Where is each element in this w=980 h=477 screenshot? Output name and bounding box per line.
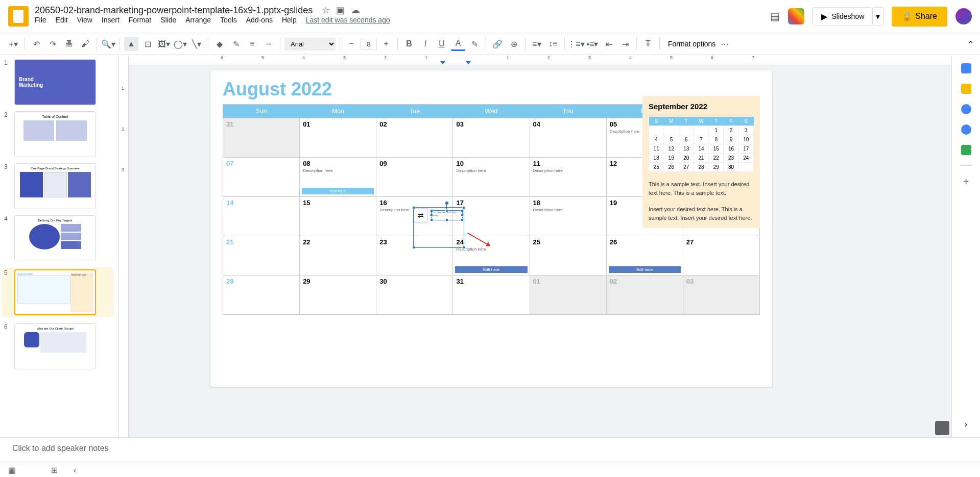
increase-indent-button[interactable]: ⇥ [618, 37, 632, 51]
cal-cell[interactable]: 21 [223, 236, 300, 275]
ruler-marker-left[interactable] [440, 61, 445, 64]
resize-handle[interactable] [461, 209, 464, 212]
select-tool[interactable]: ▲ [124, 37, 138, 51]
slide-thumb-3[interactable]: One Page Brand Strategy Overview [14, 163, 96, 209]
line-spacing-button[interactable]: ↕≡ [546, 37, 560, 51]
cal-cell[interactable]: 07 [223, 158, 300, 196]
cal-cell[interactable]: 27 [683, 236, 759, 275]
sample-text-2[interactable]: Insert your desired text here. This is a… [649, 205, 754, 222]
paint-format-button[interactable]: 🖌 [78, 37, 92, 51]
zoom-button[interactable]: 🔍▾ [101, 37, 115, 51]
menu-arrange[interactable]: Arrange [185, 16, 211, 24]
cal-cell[interactable]: 01 [530, 275, 607, 314]
font-size-input[interactable] [361, 39, 377, 49]
textbox-tool[interactable]: ⊡ [140, 37, 155, 51]
cal-cell[interactable]: 15 [300, 197, 376, 236]
shape-tool[interactable]: ◯▾ [173, 37, 187, 51]
edit-button[interactable]: Edit here [302, 188, 374, 194]
link-button[interactable]: 🔗 [490, 37, 505, 51]
resize-handle[interactable] [461, 214, 464, 217]
menu-view[interactable]: View [77, 16, 92, 24]
tasks-app-icon[interactable] [961, 104, 971, 114]
collapse-toolbar-button[interactable]: ⌃ [967, 39, 974, 49]
decrease-indent-button[interactable]: ⇤ [602, 37, 616, 51]
cal-cell[interactable]: 11Description here [530, 158, 607, 196]
maps-app-icon[interactable] [961, 145, 971, 155]
new-slide-button[interactable]: +▾ [6, 37, 20, 51]
keep-app-icon[interactable] [961, 84, 971, 94]
cal-cell[interactable]: 24Description hereEdit here [453, 236, 530, 275]
slideshow-button[interactable]: ▶ Slideshow [812, 7, 873, 26]
rotate-handle[interactable] [445, 202, 448, 205]
text-color-button[interactable]: A [451, 37, 465, 51]
slide-thumb-2[interactable]: Table of Content [14, 111, 96, 157]
star-icon[interactable]: ☆ [322, 5, 330, 16]
selection-box[interactable]: ou can edit his text here [431, 210, 463, 220]
explore-button[interactable] [935, 421, 949, 435]
calendar-app-icon[interactable] [961, 63, 971, 73]
resize-handle[interactable] [445, 209, 448, 212]
floating-toolbar-icon[interactable]: ⇄ [414, 208, 428, 222]
slide-thumb-6[interactable]: Who are Our Client Groups [14, 323, 96, 369]
decrease-font-button[interactable]: − [344, 37, 358, 51]
contacts-app-icon[interactable] [961, 124, 971, 135]
numbered-list-button[interactable]: ⋮≡▾ [569, 37, 583, 51]
border-color-button[interactable]: ✎ [229, 37, 243, 51]
cal-cell[interactable]: 30 [376, 275, 453, 314]
highlight-button[interactable]: ✎ [467, 37, 482, 51]
add-app-button[interactable]: + [963, 176, 969, 188]
last-edit-text[interactable]: Last edit was seconds ago [306, 16, 390, 24]
cal-cell[interactable]: 18Description here [530, 197, 607, 236]
sample-text-1[interactable]: This is a sample text. Insert your desir… [649, 180, 754, 197]
collapse-panel-button[interactable]: ‹ [74, 466, 86, 475]
canvas-area[interactable]: 1 2 3 6 5 4 3 2 1 1 2 3 4 5 6 7 August 2… [118, 55, 951, 437]
cal-cell[interactable]: 17 [453, 197, 530, 236]
more-button[interactable]: ⋯ [718, 37, 732, 51]
slideshow-dropdown[interactable]: ▾ [873, 7, 883, 26]
filmstrip-view-button[interactable]: ▦ [8, 465, 20, 475]
ruler-marker-right[interactable] [466, 61, 471, 64]
menu-help[interactable]: Help [282, 16, 297, 24]
menu-edit[interactable]: Edit [56, 16, 68, 24]
cal-cell[interactable]: 04 [530, 118, 607, 157]
resize-handle[interactable] [430, 209, 433, 212]
meet-icon[interactable] [788, 8, 804, 24]
resize-handle[interactable] [445, 218, 448, 221]
underline-button[interactable]: U [435, 37, 449, 51]
cal-cell[interactable]: 02 [376, 118, 453, 157]
resize-handle[interactable] [430, 214, 433, 217]
speaker-notes[interactable]: Click to add speaker notes [0, 437, 980, 462]
resize-handle[interactable] [430, 218, 433, 221]
redo-button[interactable]: ↷ [45, 37, 60, 51]
print-button[interactable]: 🖶 [62, 37, 76, 51]
increase-font-button[interactable]: + [379, 37, 393, 51]
grid-view-button[interactable]: ⊞ [51, 465, 63, 475]
cal-cell[interactable]: 01 [300, 118, 376, 157]
hide-sidebar-button[interactable]: › [965, 420, 967, 429]
slide-thumb-1[interactable]: BrandMarketing [14, 59, 96, 105]
edit-button[interactable]: Edit here [455, 266, 527, 273]
cal-cell[interactable]: 10Description here [453, 158, 530, 196]
cal-cell[interactable]: 22 [300, 236, 376, 275]
slide-canvas[interactable]: August 2022 Sun Mon Tue Wed Thu Fri Sat … [210, 70, 772, 387]
undo-button[interactable]: ↶ [29, 37, 43, 51]
cal-cell[interactable]: 25 [530, 236, 607, 275]
align-button[interactable]: ≡▾ [530, 37, 544, 51]
fill-color-button[interactable]: ◆ [212, 37, 227, 51]
menu-tools[interactable]: Tools [220, 16, 237, 24]
menu-insert[interactable]: Insert [102, 16, 119, 24]
bold-button[interactable]: B [402, 37, 416, 51]
cal-cell[interactable]: 28 [223, 275, 300, 314]
slides-logo[interactable] [8, 6, 29, 27]
user-avatar[interactable] [955, 8, 972, 24]
cal-cell[interactable]: 09 [376, 158, 453, 196]
cal-cell[interactable]: 26Edit here [607, 236, 683, 275]
document-title[interactable]: 20650-02-brand-marketing-powerpoint-temp… [35, 5, 313, 16]
menu-slide[interactable]: Slide [160, 16, 176, 24]
menu-addons[interactable]: Add-ons [246, 16, 273, 24]
move-icon[interactable]: ▣ [336, 5, 345, 16]
edit-button[interactable]: Edit here [609, 266, 681, 273]
cal-cell[interactable]: 23 [376, 236, 453, 275]
cal-cell[interactable]: 31 [223, 118, 300, 157]
slide-panel[interactable]: 1 BrandMarketing 2 Table of Content 3 On… [0, 55, 118, 437]
